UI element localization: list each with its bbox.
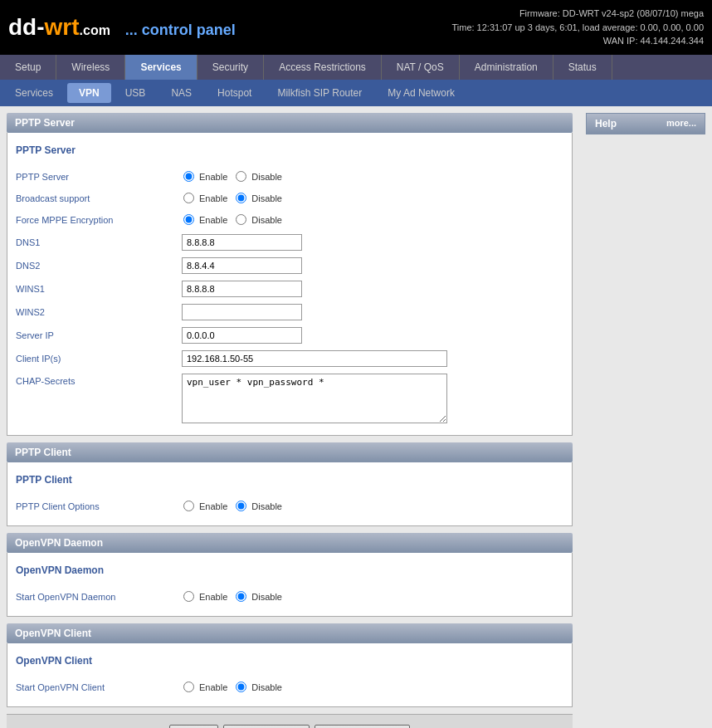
pptp-client-options-label: PPTP Client Options [16,501,182,511]
chap-secrets-input[interactable]: vpn_user * vpn_password * [182,374,447,423]
pptp-server-enable-radio[interactable] [183,171,194,182]
pptp-client-options-row: PPTP Client Options Enable Disable [16,496,563,517]
sidebar: Help more... [579,106,712,729]
client-enable-radio[interactable] [183,682,194,692]
client-disable-label: Disable [251,682,282,692]
client-enable-label: Enable [199,682,227,692]
sub-usb[interactable]: USB [114,83,158,103]
header-info: Firmware: DD-WRT v24-sp2 (08/07/10) mega… [451,7,704,48]
pptp-client-options-control: Enable Disable [182,501,563,511]
dns1-row: DNS1 [16,231,563,254]
save-button[interactable]: Save [169,725,218,729]
openvpn-daemon-subsection: OpenVPN Daemon [16,561,563,579]
pptp-client-header: PPTP Client [7,442,573,462]
mppe-label: Force MPPE Encryption [16,215,182,225]
wins2-label: WINS2 [16,307,182,317]
dns2-row: DNS2 [16,254,563,277]
wan-info: WAN IP: 44.144.244.344 [451,34,704,48]
dns2-input[interactable] [182,257,302,274]
mppe-enable-radio[interactable] [183,214,194,225]
mppe-control: Enable Disable [182,214,563,225]
nav-security[interactable]: Security [198,55,264,80]
sub-nas[interactable]: NAS [159,83,203,103]
client-disable-radio[interactable] [236,682,246,692]
sub-milkfish[interactable]: Milkfish SIP Router [266,83,373,103]
help-header: Help more... [587,114,705,134]
mppe-disable-radio[interactable] [236,214,246,225]
mppe-row: Force MPPE Encryption Enable Disable [16,209,563,231]
nav-services[interactable]: Services [125,55,197,80]
logo: dd-wrt.com ... control panel [8,14,236,41]
dns2-label: DNS2 [16,261,182,271]
sub-services[interactable]: Services [3,83,65,103]
openvpn-daemon-section: OpenVPN Daemon OpenVPN Daemon Start Open… [7,533,573,617]
wins2-input[interactable] [182,304,302,320]
cancel-button[interactable]: Cancel Changes [315,725,410,729]
broadcast-disable-group: Disable [234,193,282,203]
apply-button[interactable]: Apply Settings [223,725,310,729]
mppe-disable-label: Disable [251,215,282,225]
daemon-enable-label: Enable [199,592,227,602]
client-ips-input[interactable] [182,350,447,367]
server-ip-label: Server IP [16,330,182,340]
start-daemon-row: Start OpenVPN Daemon Enable Disable [16,586,563,608]
pptp-server-section: PPTP Server PPTP Server PPTP Server Enab… [7,113,573,436]
wins1-label: WINS1 [16,284,182,294]
pptp-server-disable-group: Disable [234,171,282,182]
pptp-client-section: PPTP Client PPTP Client PPTP Client Opti… [7,442,573,526]
help-box: Help more... [586,113,705,134]
broadcast-disable-radio[interactable] [236,193,246,203]
server-ip-row: Server IP [16,324,563,347]
help-more[interactable]: more... [666,118,696,129]
pptp-server-body: PPTP Server PPTP Server Enable Disable [7,133,573,436]
broadcast-control: Enable Disable [182,193,563,203]
dns1-input[interactable] [182,234,302,251]
daemon-enable-radio[interactable] [183,591,194,602]
client-enable-group: Enable [182,682,227,692]
sub-my-ad-network[interactable]: My Ad Network [376,83,466,103]
wins1-input[interactable] [182,281,302,297]
broadcast-enable-radio[interactable] [183,193,194,203]
pptp-client-disable-radio[interactable] [236,501,246,511]
mppe-enable-group: Enable [182,214,227,225]
server-ip-input[interactable] [182,327,302,344]
start-client-control: Enable Disable [182,682,563,692]
pptp-server-disable-radio[interactable] [236,171,246,182]
sub-hotspot[interactable]: Hotspot [206,83,263,103]
nav-nat-qos[interactable]: NAT / QoS [382,55,460,80]
start-daemon-control: Enable Disable [182,591,563,602]
pptp-server-disable-label: Disable [251,172,282,182]
pptp-client-enable-group: Enable [182,501,227,511]
pptp-server-label: PPTP Server [16,172,182,182]
nav-access-restrictions[interactable]: Access Restrictions [264,55,382,80]
dns1-control [182,234,563,251]
wins2-control [182,304,563,320]
pptp-client-body: PPTP Client PPTP Client Options Enable D… [7,462,573,526]
dns2-control [182,257,563,274]
daemon-disable-label: Disable [251,592,282,602]
nav-administration[interactable]: Administration [460,55,554,80]
openvpn-daemon-body: OpenVPN Daemon Start OpenVPN Daemon Enab… [7,553,573,617]
broadcast-enable-group: Enable [182,193,227,203]
client-ips-label: Client IP(s) [16,354,182,364]
pptp-client-disable-label: Disable [251,501,282,511]
sub-vpn[interactable]: VPN [67,83,111,103]
pptp-server-control: Enable Disable [182,171,563,182]
nav-wireless[interactable]: Wireless [56,55,125,80]
pptp-client-enable-radio[interactable] [183,501,194,511]
client-disable-group: Disable [234,682,282,692]
wins1-row: WINS1 [16,277,563,300]
pptp-server-header: PPTP Server [7,113,573,133]
firmware-info: Firmware: DD-WRT v24-sp2 (08/07/10) mega [451,7,704,21]
pptp-client-disable-group: Disable [234,501,282,511]
client-ips-control [182,350,563,367]
nav-status[interactable]: Status [554,55,612,80]
header: dd-wrt.com ... control panel Firmware: D… [0,0,712,55]
broadcast-label: Broadcast support [16,193,182,203]
wins2-row: WINS2 [16,300,563,324]
client-ips-row: Client IP(s) [16,347,563,370]
broadcast-disable-label: Disable [251,193,282,203]
broadcast-enable-label: Enable [199,193,227,203]
nav-setup[interactable]: Setup [0,55,56,80]
daemon-disable-radio[interactable] [236,591,246,602]
